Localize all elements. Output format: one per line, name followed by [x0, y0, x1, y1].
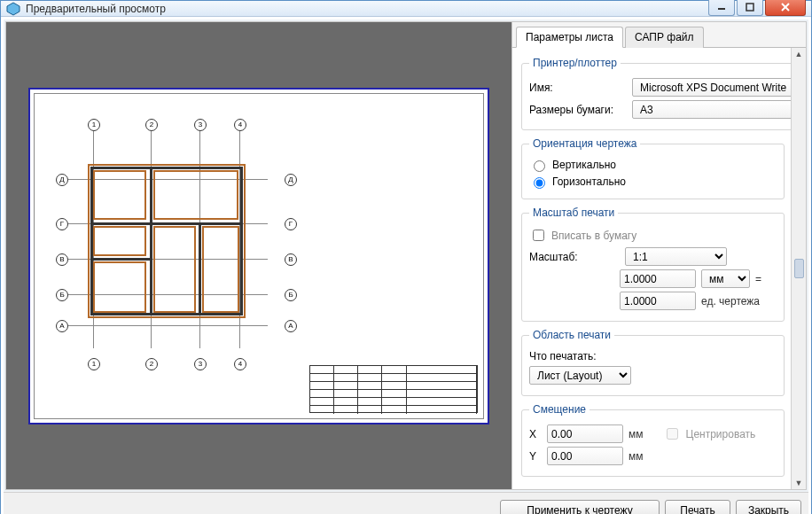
grid-row-5: А: [56, 320, 68, 332]
grid-row-1: Д: [56, 174, 68, 186]
minimize-button[interactable]: [708, 0, 735, 16]
scroll-down-icon[interactable]: ▼: [795, 479, 803, 487]
apply-button[interactable]: Применить к чертежу: [500, 500, 660, 514]
offset-x-label: X: [529, 428, 542, 440]
grid-col-2b: 2: [145, 358, 158, 370]
title-block: [309, 365, 478, 413]
close-button[interactable]: [765, 0, 806, 16]
group-scale: Масштаб печати Вписать в бумагу Масштаб:…: [521, 206, 785, 322]
grid-row-3: В: [56, 253, 68, 266]
fit-to-paper-label: Вписать в бумагу: [551, 230, 636, 242]
offset-y-label: Y: [529, 450, 542, 463]
scroll-up-icon[interactable]: ▲: [795, 50, 803, 58]
offset-y-unit: мм: [629, 450, 644, 463]
scale-num1-input[interactable]: [620, 269, 696, 288]
group-scale-legend: Масштаб печати: [529, 206, 618, 219]
grid-col-1b: 1: [88, 358, 100, 370]
group-area-legend: Область печати: [529, 329, 614, 341]
grid-col-4b: 4: [234, 358, 246, 370]
close-dialog-button[interactable]: Закрыть: [736, 500, 801, 514]
floor-plan: 1 2 3 4 1 2 3 4 Д Г В: [61, 121, 292, 369]
scale-eq: =: [755, 273, 761, 285]
preview-pane[interactable]: 1 2 3 4 1 2 3 4 Д Г В: [6, 22, 511, 489]
button-bar: Применить к чертежу Печать Закрыть: [4, 492, 808, 514]
grid-row-1r: Д: [285, 174, 297, 186]
main-row: 1 2 3 4 1 2 3 4 Д Г В: [5, 21, 807, 490]
orientation-horizontal-radio[interactable]: [534, 177, 545, 189]
orientation-horizontal-label: Горизонтально: [552, 175, 626, 188]
scale-unit2: ед. чертежа: [701, 295, 760, 308]
offset-x-input[interactable]: [547, 424, 623, 443]
scale-select[interactable]: 1:1: [625, 247, 727, 266]
fit-to-paper-checkbox[interactable]: [533, 230, 544, 241]
paper-size-label: Размеры бумаги:: [529, 104, 627, 116]
grid-col-3: 3: [194, 119, 207, 131]
group-orientation: Ориентация чертежа Вертикально Горизонта…: [521, 137, 785, 199]
panel-body: Принтер/плоттер Имя: Microsoft XPS Docum…: [512, 48, 806, 489]
grid-row-4: Б: [56, 289, 68, 301]
scroll-thumb[interactable]: [794, 259, 804, 278]
tab-sheet-params[interactable]: Параметры листа: [516, 27, 623, 48]
group-printer: Принтер/плоттер Имя: Microsoft XPS Docum…: [521, 57, 806, 130]
grid-col-2: 2: [145, 119, 158, 131]
print-button[interactable]: Печать: [665, 500, 730, 514]
group-printer-legend: Принтер/плоттер: [529, 57, 621, 69]
paper-size-select[interactable]: A3: [632, 100, 805, 119]
tab-strip: Параметры листа САПР файл: [512, 22, 806, 48]
orientation-vertical-label: Вертикально: [552, 159, 616, 171]
titlebar[interactable]: Предварительный просмотр: [1, 1, 811, 17]
grid-col-3b: 3: [194, 358, 207, 370]
grid-row-2: Г: [56, 218, 68, 230]
printer-name-label: Имя:: [529, 82, 627, 94]
grid-col-4: 4: [234, 119, 246, 131]
maximize-button[interactable]: [737, 0, 763, 16]
scrollbar[interactable]: ▲ ▼: [791, 48, 806, 489]
grid-row-2r: Г: [285, 218, 297, 230]
offset-x-unit: мм: [629, 428, 644, 440]
client-area: 1 2 3 4 1 2 3 4 Д Г В: [1, 17, 811, 514]
group-orientation-legend: Ориентация чертежа: [529, 137, 640, 150]
printer-name-select[interactable]: Microsoft XPS Document Write: [632, 78, 805, 97]
grid-row-4r: Б: [285, 289, 297, 301]
side-panel: Параметры листа САПР файл Принтер/плотте…: [511, 22, 806, 489]
offset-y-input[interactable]: [547, 447, 623, 465]
tab-cad-file[interactable]: САПР файл: [625, 27, 704, 48]
scale-num2-input[interactable]: [620, 292, 696, 310]
window-buttons: [708, 0, 806, 16]
svg-marker-0: [7, 3, 20, 15]
group-offset: Смещение X мм Центрировать Y мм: [521, 403, 785, 477]
window-root: Предварительный просмотр 1: [0, 0, 812, 514]
area-what-select[interactable]: Лист (Layout): [529, 366, 631, 385]
grid-row-3r: В: [285, 253, 297, 266]
grid-row-5r: А: [285, 320, 297, 332]
svg-rect-2: [746, 4, 753, 11]
center-label: Центрировать: [686, 428, 756, 440]
center-checkbox[interactable]: [667, 428, 678, 440]
group-offset-legend: Смещение: [529, 403, 589, 416]
scale-label: Масштаб:: [529, 251, 579, 263]
window-title: Предварительный просмотр: [26, 3, 708, 15]
group-area: Область печати Что печатать: Лист (Layou…: [521, 329, 785, 396]
sheet: 1 2 3 4 1 2 3 4 Д Г В: [28, 88, 489, 424]
sheet-inner: 1 2 3 4 1 2 3 4 Д Г В: [34, 93, 484, 419]
app-icon: [6, 2, 20, 16]
orientation-vertical-radio[interactable]: [534, 160, 545, 172]
grid-col-1: 1: [88, 119, 100, 131]
area-what-label: Что печатать:: [529, 350, 597, 362]
scale-unit-select[interactable]: мм: [701, 269, 750, 288]
